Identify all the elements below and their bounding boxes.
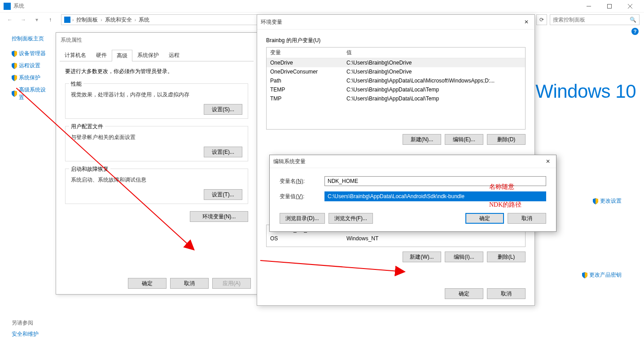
forward-button[interactable]: → (18, 14, 29, 25)
svg-rect-1 (608, 4, 612, 8)
chevron-right-icon: › (72, 17, 74, 22)
search-icon: 🔍 (630, 17, 636, 23)
sidebar-link-device-manager[interactable]: 设备管理器 (12, 50, 49, 57)
annotation-name: 名称随意 (489, 183, 514, 191)
table-row[interactable]: OneDriveConsumerC:\Users\Brainbg\OneDriv… (267, 67, 525, 76)
new-sys-var-button[interactable]: 新建(W)... (403, 252, 441, 262)
perf-settings-button[interactable]: 设置(S)... (204, 104, 242, 115)
maximize-button[interactable] (599, 0, 620, 13)
windows10-logo: Windows 10 (535, 81, 636, 102)
env-vars-button[interactable]: 环境变量(N)... (190, 211, 248, 222)
close-icon[interactable]: ✕ (543, 157, 552, 166)
table-row[interactable]: TEMPC:\Users\Brainbg\AppData\Local\Temp (267, 85, 525, 94)
cell-val: C:\Users\Brainbg\OneDrive (343, 67, 525, 76)
breadcrumb-item[interactable]: 系统 (138, 16, 150, 24)
shield-icon (12, 75, 17, 81)
startup-group: 启动和故障恢复 系统启动、系统故障和调试信息 设置(T)... (65, 169, 248, 204)
cancel-button[interactable]: 取消 (487, 288, 526, 299)
chevron-right-icon: › (135, 17, 136, 22)
var-value-input[interactable] (324, 191, 546, 201)
cell-val: C:\Users\Brainbg\AppData\Local\Temp (343, 85, 525, 94)
shield-icon (12, 51, 17, 57)
close-icon[interactable]: ✕ (522, 17, 531, 26)
sidebar-head[interactable]: 控制面板主页 (12, 35, 49, 43)
minimize-button[interactable] (578, 0, 599, 13)
sidebar: 控制面板主页 设备管理器 远程设置 系统保护 高级系统设置 另请参阅 安全和维护 (0, 27, 54, 347)
tab-computer-name[interactable]: 计算机名 (60, 49, 91, 61)
change-product-key-link[interactable]: 更改产品密钥 (582, 271, 622, 279)
group-legend: 启动和故障恢复 (69, 165, 110, 173)
table-row[interactable]: OSWindows_NT (267, 234, 525, 243)
search-input[interactable] (553, 17, 630, 23)
user-vars-table[interactable]: 变量 值 OneDriveC:\Users\Brainbg\OneDriveOn… (266, 47, 526, 130)
group-legend: 用户配置文件 (69, 123, 105, 130)
ok-button[interactable]: 确定 (445, 288, 483, 299)
system-icon (4, 3, 11, 10)
table-row[interactable]: TMPC:\Users\Brainbg\AppData\Local\Temp (267, 94, 525, 103)
edit-sys-var-dialog: 编辑系统变量 ✕ 变量名(N): 变量值(V): 浏览目录(D)... 浏览文件… (269, 155, 556, 232)
var-value-label: 变量值(V): (280, 193, 324, 200)
delete-sys-var-button[interactable]: 删除(L) (487, 252, 526, 262)
tab-protection[interactable]: 系统保护 (132, 49, 164, 61)
sidebar-link-protection[interactable]: 系统保护 (12, 74, 49, 82)
dialog-title: 系统属性 (56, 33, 257, 48)
cell-val: Windows_NT (343, 234, 525, 243)
edit-sys-var-button[interactable]: 编辑(I)... (445, 252, 483, 262)
link-label: 系统保护 (19, 74, 40, 82)
sidebar-link-remote[interactable]: 远程设置 (12, 62, 49, 69)
close-button[interactable] (620, 0, 640, 13)
table-row[interactable]: PathC:\Users\Brainbg\AppData\Local\Micro… (267, 76, 525, 85)
shield-icon (593, 198, 598, 204)
cell-var: OneDriveConsumer (267, 67, 343, 76)
performance-group: 性能 视觉效果，处理器计划，内存使用，以及虚拟内存 设置(S)... (65, 83, 248, 119)
tab-remote[interactable]: 远程 (164, 49, 184, 61)
browse-dir-button[interactable]: 浏览目录(D)... (280, 213, 325, 224)
window-title: 系统 (13, 2, 578, 10)
cell-var: TEMP (267, 85, 343, 94)
user-vars-label: Brainbg 的用户变量(U) (266, 37, 526, 44)
sidebar-footer-link[interactable]: 安全和维护 (12, 330, 39, 338)
group-desc: 视觉效果，处理器计划，内存使用，以及虚拟内存 (71, 91, 242, 99)
refresh-button[interactable]: ⟳ (536, 14, 547, 25)
ok-button[interactable]: 确定 (465, 213, 504, 224)
profiles-group: 用户配置文件 与登录帐户相关的桌面设置 设置(E)... (65, 126, 248, 161)
cell-var: TMP (267, 94, 343, 103)
new-user-var-button[interactable]: 新建(N)... (403, 134, 441, 145)
cancel-button[interactable]: 取消 (508, 213, 546, 224)
var-name-label: 变量名(N): (280, 178, 324, 185)
up-button[interactable]: ↑ (45, 14, 56, 25)
tab-hardware[interactable]: 硬件 (91, 49, 112, 61)
system-properties-dialog: 系统属性 计算机名 硬件 高级 系统保护 远程 要进行大多数更改，你必须作为管理… (56, 32, 258, 295)
link-label: 高级系统设置 (19, 86, 49, 101)
annotation-path: NDK的路径 (489, 201, 521, 209)
cell-val: C:\Users\Brainbg\OneDrive (343, 58, 525, 67)
change-settings-link[interactable]: 更改设置 (593, 197, 622, 205)
link-label: 远程设置 (19, 62, 40, 69)
cell-var: OneDrive (267, 58, 343, 67)
breadcrumb-item[interactable]: 系统和安全 (104, 16, 133, 24)
dialog-title: 编辑系统变量 (273, 158, 543, 165)
search-box[interactable]: 🔍 (550, 14, 640, 25)
sidebar-link-advanced[interactable]: 高级系统设置 (12, 86, 49, 101)
group-desc: 系统启动、系统故障和调试信息 (71, 176, 242, 184)
shield-icon (582, 272, 587, 278)
browse-file-button[interactable]: 浏览文件(F)... (329, 213, 373, 224)
tab-advanced[interactable]: 高级 (112, 50, 132, 61)
sidebar-footer-head: 另请参阅 (12, 319, 39, 327)
cancel-button[interactable]: 取消 (170, 278, 209, 289)
table-row[interactable]: OneDriveC:\Users\Brainbg\OneDrive (267, 58, 525, 67)
breadcrumb-item[interactable]: 控制面板 (75, 16, 99, 24)
recent-button[interactable]: ▾ (31, 14, 42, 25)
profiles-settings-button[interactable]: 设置(E)... (204, 147, 242, 157)
group-legend: 性能 (69, 80, 83, 88)
shield-icon (12, 63, 17, 69)
intro-text: 要进行大多数更改，你必须作为管理员登录。 (65, 68, 248, 75)
ok-button[interactable]: 确定 (128, 278, 166, 289)
startup-settings-button[interactable]: 设置(T)... (204, 189, 242, 200)
cell-var: OS (267, 234, 343, 243)
edit-user-var-button[interactable]: 编辑(E)... (445, 134, 483, 145)
delete-user-var-button[interactable]: 删除(D) (487, 134, 526, 145)
col-variable: 变量 (267, 48, 343, 58)
back-button[interactable]: ← (4, 14, 15, 25)
apply-button[interactable]: 应用(A) (212, 278, 251, 289)
